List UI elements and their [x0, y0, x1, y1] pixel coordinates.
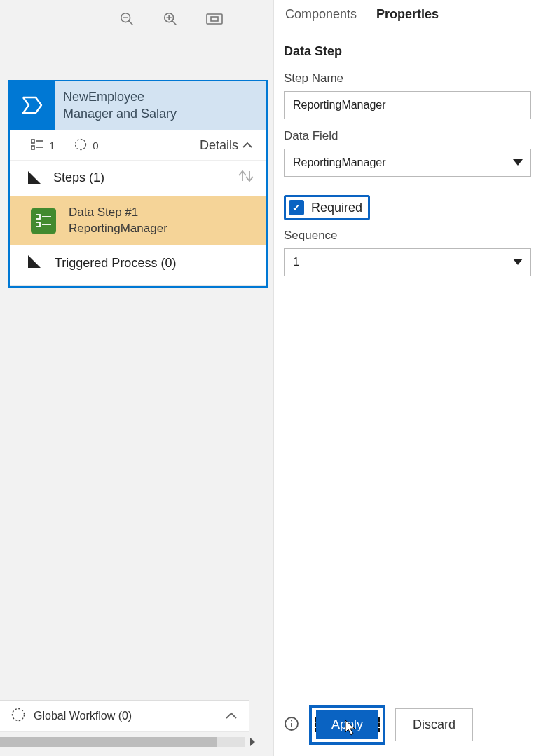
svg-rect-17 [36, 215, 40, 219]
svg-rect-11 [31, 146, 34, 149]
details-label: Details [200, 138, 238, 153]
workflow-count-value: 0 [93, 140, 98, 151]
zoom-in-icon[interactable] [163, 11, 178, 27]
triggered-process-label: Triggered Process (0) [55, 256, 176, 271]
data-field-label: Data Field [284, 129, 531, 143]
tab-properties[interactable]: Properties [376, 7, 439, 22]
stage-title-line1: NewEmployee [63, 88, 177, 105]
horizontal-scrollbar[interactable] [0, 735, 259, 749]
steps-count-value: 1 [49, 140, 55, 151]
stage-card[interactable]: NewEmployee Manager and Salary 1 [8, 80, 268, 288]
svg-marker-14 [28, 171, 41, 184]
svg-marker-23 [250, 738, 255, 746]
stage-meta: 1 0 Details [10, 130, 266, 160]
workflow-icon [11, 708, 25, 724]
panel-tabs: Components Properties [284, 4, 531, 32]
zoom-out-icon[interactable] [119, 11, 135, 27]
steps-count-icon [31, 139, 43, 152]
global-workflow-label: Global Workflow (0) [34, 710, 132, 722]
svg-line-1 [129, 21, 133, 25]
expand-triangle-icon [28, 255, 41, 271]
required-label: Required [311, 201, 362, 215]
details-toggle[interactable]: Details [200, 138, 252, 153]
steps-section[interactable]: Steps (1) [10, 161, 266, 196]
scroll-right-icon[interactable] [245, 735, 259, 749]
stage-title-line2: Manager and Salary [63, 105, 177, 122]
discard-button[interactable]: Discard [395, 708, 473, 741]
svg-point-13 [76, 139, 86, 149]
sequence-label: Sequence [284, 229, 531, 243]
svg-rect-9 [31, 140, 34, 143]
global-workflow-strip[interactable]: Global Workflow (0) [0, 700, 249, 732]
canvas-toolbar [119, 11, 223, 27]
discard-button-label: Discard [413, 717, 456, 731]
designer-canvas: NewEmployee Manager and Salary 1 [0, 0, 273, 756]
chevron-up-icon[interactable] [225, 710, 238, 722]
apply-button-label: Apply [331, 717, 363, 731]
data-step-icon [31, 208, 56, 234]
expand-triangle-icon [28, 171, 41, 184]
svg-rect-7 [207, 14, 222, 24]
checkbox-checked-icon: ✓ [289, 200, 304, 215]
panel-footer: Apply Discard [284, 701, 531, 748]
sequence-select[interactable] [284, 248, 531, 276]
fit-screen-icon[interactable] [206, 12, 223, 26]
apply-button[interactable]: Apply [316, 710, 378, 739]
svg-marker-21 [28, 255, 41, 268]
workflow-count-icon [74, 138, 87, 153]
svg-line-4 [172, 21, 177, 25]
data-field-select[interactable] [284, 149, 531, 177]
scrollbar-thumb[interactable] [0, 737, 217, 747]
tab-components[interactable]: Components [285, 7, 357, 22]
svg-point-22 [13, 709, 25, 721]
stage-chevron-icon [10, 81, 55, 130]
steps-section-label: Steps (1) [53, 170, 104, 185]
section-heading: Data Step [284, 44, 531, 59]
chevron-up-icon [242, 140, 252, 151]
svg-point-27 [291, 720, 292, 721]
properties-panel: Components Properties Data Step Step Nam… [273, 0, 541, 756]
stage-header: NewEmployee Manager and Salary [10, 81, 266, 130]
data-step-line2: ReportingManager [69, 221, 167, 237]
data-step-line1: Data Step #1 [69, 205, 167, 221]
svg-rect-8 [211, 17, 218, 21]
reorder-arrows-icon[interactable] [235, 169, 256, 187]
step-name-label: Step Name [284, 72, 531, 86]
step-name-input[interactable] [284, 91, 531, 119]
triggered-process-section[interactable]: Triggered Process (0) [10, 245, 266, 286]
required-checkbox[interactable]: ✓ Required [284, 195, 370, 220]
svg-rect-19 [36, 222, 40, 227]
data-step-row[interactable]: Data Step #1 ReportingManager [10, 196, 266, 246]
info-icon[interactable] [284, 716, 299, 734]
